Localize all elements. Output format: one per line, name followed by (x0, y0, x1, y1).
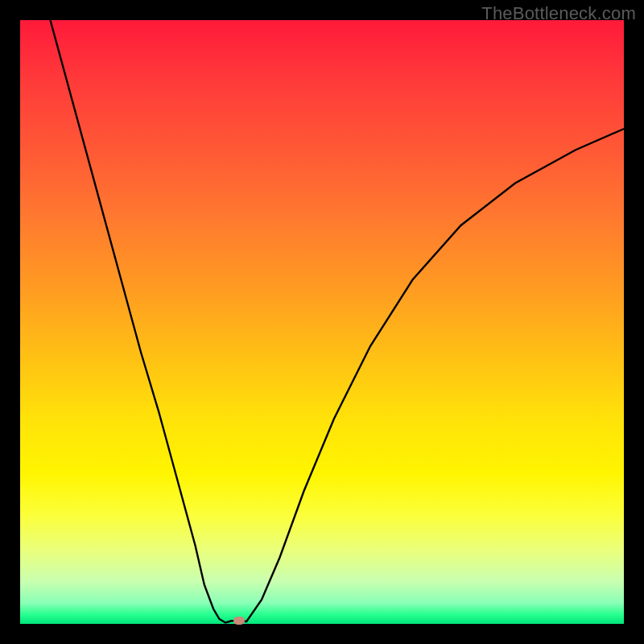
optimal-point-marker (233, 617, 245, 625)
bottleneck-curve-path (51, 20, 625, 623)
plot-area (20, 20, 624, 624)
bottleneck-curve-svg (20, 20, 624, 624)
chart-frame: TheBottleneck.com (0, 0, 644, 644)
watermark-text: TheBottleneck.com (481, 3, 636, 24)
